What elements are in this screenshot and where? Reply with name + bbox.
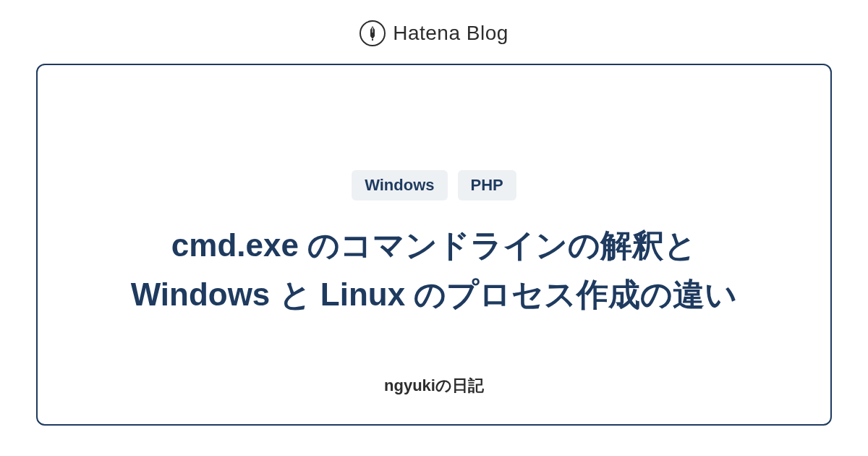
header: Hatena Blog [359,0,509,64]
tags-row: Windows PHP [352,170,516,200]
blog-name[interactable]: ngyukiの日記 [384,375,484,397]
svg-rect-0 [372,39,373,41]
brand-text: Hatena Blog [393,22,509,45]
article-card: Windows PHP cmd.exe のコマンドラインの解釈と Windows… [36,64,832,426]
article-title: cmd.exe のコマンドラインの解釈と Windows と Linux のプロ… [109,221,760,319]
hatena-logo-icon [359,20,386,46]
tag-windows[interactable]: Windows [352,170,447,200]
tag-php[interactable]: PHP [458,170,516,200]
